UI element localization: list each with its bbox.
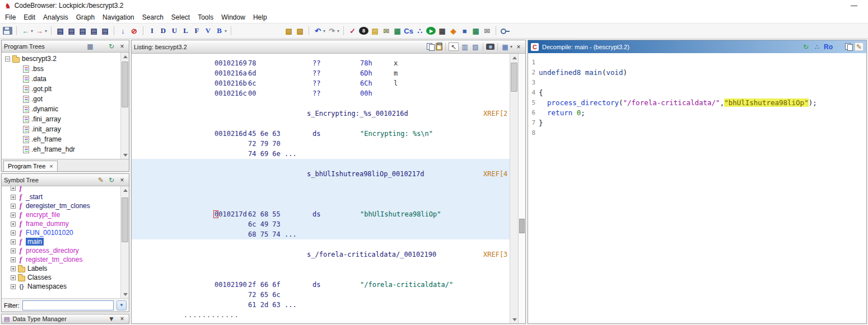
expand-icon[interactable]: + xyxy=(11,257,16,262)
listing-row[interactable]: 0010216c00??00h xyxy=(132,88,510,98)
navigate-forward-icon[interactable]: → xyxy=(35,26,44,36)
listing-row[interactable]: 0010217d62 68 55ds"bhUlIshutrea98liOp" xyxy=(132,209,510,219)
expand-icon[interactable]: + xyxy=(11,248,16,253)
symbol-item[interactable]: +Labels xyxy=(2,264,120,273)
letter-u-icon[interactable]: U xyxy=(170,26,179,36)
letter-i-icon[interactable]: I xyxy=(147,26,157,36)
edit-icon[interactable]: ✎ xyxy=(855,43,864,51)
minimize-button[interactable]: — xyxy=(844,2,864,10)
cs-icon[interactable]: Cs xyxy=(404,26,413,36)
expand-icon[interactable]: + xyxy=(11,275,16,280)
symbol-item[interactable]: +Classes xyxy=(2,273,120,282)
byte-viewer-icon[interactable]: 8 xyxy=(359,27,368,35)
listing-row[interactable]: 6c 49 73 xyxy=(132,219,510,229)
refresh-icon[interactable]: ↻ xyxy=(107,42,116,50)
decompile-line[interactable]: 7} xyxy=(528,118,866,128)
snapshot-icon[interactable] xyxy=(486,44,494,50)
function-graph-icon[interactable]: ∴ xyxy=(813,43,822,51)
scroll-up-icon[interactable] xyxy=(121,53,129,60)
menu-analysis[interactable]: Analysis xyxy=(39,12,72,22)
magnifier-icon[interactable]: ▧ xyxy=(471,43,480,51)
check-icon[interactable]: ✓ xyxy=(348,26,357,36)
decompile-line[interactable]: 6 return 0; xyxy=(528,108,866,118)
diamond-icon[interactable]: ◆ xyxy=(449,26,458,36)
menu-window[interactable]: Window xyxy=(217,12,249,22)
expand-icon[interactable]: + xyxy=(11,204,16,209)
redo-icon[interactable]: ↷ xyxy=(327,26,337,36)
menu-edit[interactable]: Edit xyxy=(20,12,39,22)
letter-d-icon[interactable]: D xyxy=(158,26,168,36)
tab-close-icon[interactable]: × xyxy=(49,163,53,169)
listing-row[interactable]: 72 65 6c xyxy=(132,290,510,300)
tree-item[interactable]: .fini_array xyxy=(2,114,120,124)
tree-item[interactable]: .eh_frame_hdr xyxy=(2,144,120,154)
listing-row[interactable]: ............ xyxy=(132,310,510,320)
decompile-line[interactable]: 5 process_directory("/forela-criticaldat… xyxy=(528,98,866,108)
program-doc-4-icon[interactable]: ▤ xyxy=(89,26,99,36)
menu-search[interactable]: Search xyxy=(138,12,167,22)
run-script-icon[interactable]: ▶ xyxy=(426,27,436,35)
symbol-tree-scrollbar[interactable] xyxy=(120,186,129,298)
letter-f-icon[interactable]: F xyxy=(192,26,202,36)
letter-b-icon[interactable]: B xyxy=(214,26,224,36)
graph-icon[interactable]: ∴ xyxy=(415,26,424,36)
tree-item[interactable]: .got xyxy=(2,94,120,104)
menu-file[interactable]: File xyxy=(1,12,20,22)
navigate-back-icon-dropdown[interactable]: ▾ xyxy=(31,29,33,34)
close-icon[interactable]: × xyxy=(514,43,523,51)
cursor-tool-icon[interactable]: ↖ xyxy=(449,43,459,51)
edit-pencil-icon[interactable]: ✎ xyxy=(96,176,105,184)
navigate-back-icon[interactable]: ← xyxy=(21,26,30,36)
symbol-item[interactable]: +fmain xyxy=(2,237,120,246)
decompile-view[interactable]: 12undefined8 main(void)34{5 process_dire… xyxy=(528,53,866,323)
overview-position-marker[interactable] xyxy=(519,219,525,233)
symbol-item[interactable]: +f xyxy=(2,186,120,192)
listing-row[interactable]: 68 75 74 ... xyxy=(132,229,510,239)
decompile-line[interactable]: 1 xyxy=(528,58,866,68)
diff-view-icon[interactable]: ▥ xyxy=(460,43,469,51)
scroll-down-icon[interactable] xyxy=(510,315,519,323)
listing-row[interactable]: 0010216978??78hx xyxy=(132,58,510,68)
listing-overview-margin[interactable] xyxy=(518,54,525,323)
program-tree-tab[interactable]: Program Tree × xyxy=(3,161,58,171)
copy-icon[interactable] xyxy=(845,43,852,50)
program-tree-scrollbar[interactable] xyxy=(120,53,129,159)
fields-icon[interactable]: ▦ xyxy=(501,43,510,51)
symbol-item[interactable]: +fderegister_tm_clones xyxy=(2,201,120,210)
letter-b-icon-dropdown[interactable]: ▾ xyxy=(225,29,227,34)
listing-row[interactable]: 0010216d45 6e 63ds"Encrypting: %s\n" xyxy=(132,129,510,139)
menu-graph[interactable]: Graph xyxy=(72,12,99,22)
symbol-item[interactable]: +fprocess_directory xyxy=(2,246,120,255)
menu-help[interactable]: Help xyxy=(249,12,271,22)
bookmark-icon[interactable]: ▤ xyxy=(370,26,380,36)
symbol-item[interactable]: +fencrypt_file xyxy=(2,210,120,219)
listing-row[interactable]: 0010216b6c??6Chl xyxy=(132,78,510,88)
menu-tools[interactable]: Tools xyxy=(194,12,217,22)
expand-icon[interactable]: + xyxy=(11,186,16,191)
filter-options-icon[interactable]: ▼ xyxy=(116,300,127,310)
scroll-down-icon[interactable] xyxy=(121,151,129,159)
listing-row[interactable]: 0010216a6d??6Dhm xyxy=(132,68,510,78)
redo-icon-dropdown[interactable]: ▾ xyxy=(337,29,339,34)
expand-icon[interactable]: + xyxy=(11,213,16,218)
expand-icon[interactable]: + xyxy=(11,284,16,289)
expand-icon[interactable]: + xyxy=(11,222,16,227)
listing-label-row[interactable]: s_Encrypting:_%s_0010216dXREF[2 xyxy=(132,109,510,119)
listing-row[interactable]: 74 69 6e ... xyxy=(132,149,510,159)
undo-icon[interactable]: ↶ xyxy=(313,26,323,36)
memory-map-icon[interactable]: ✉ xyxy=(381,26,391,36)
symbol-item[interactable]: +fregister_tm_clones xyxy=(2,255,120,264)
down-arrow-icon[interactable]: ↓ xyxy=(118,26,128,36)
undo-icon-dropdown[interactable]: ▾ xyxy=(323,29,325,34)
listing-scrollbar[interactable] xyxy=(510,54,518,323)
key-icon[interactable] xyxy=(500,26,510,35)
listing-label-row[interactable]: s_bhUlIshutrea98liOp_0010217dXREF[4 xyxy=(132,169,510,179)
listing-label-row[interactable]: s_/forela-criticaldata/_00102190XREF[3 xyxy=(132,249,510,260)
program-doc-2-icon[interactable]: ▤ xyxy=(67,26,76,36)
stamp-2-icon[interactable]: ▧ xyxy=(295,26,305,36)
paste-icon[interactable] xyxy=(436,43,442,50)
decompile-line[interactable]: 3 xyxy=(528,78,866,88)
tree-item[interactable]: .data xyxy=(2,74,120,84)
refresh-icon[interactable]: ↻ xyxy=(801,43,810,51)
tree-item[interactable]: .bss xyxy=(2,64,120,74)
